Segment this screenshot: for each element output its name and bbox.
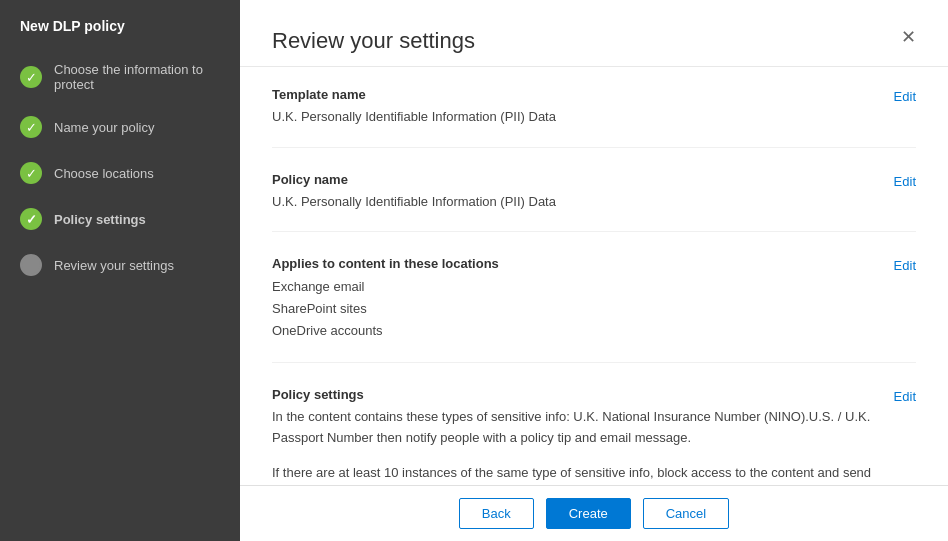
step-completed-icon: ✓ (20, 208, 42, 230)
template-name-value: U.K. Personally Identifiable Information… (272, 107, 874, 127)
applies-to-label: Applies to content in these locations (272, 256, 874, 271)
page-title: Review your settings (272, 28, 475, 54)
policy-settings-desc1: In the content contains these types of s… (272, 407, 874, 449)
sidebar-header: New DLP policy (0, 0, 240, 50)
applies-to-edit-button[interactable]: Edit (894, 258, 916, 273)
template-name-label: Template name (272, 87, 874, 102)
close-button[interactable]: ✕ (901, 28, 916, 46)
policy-name-content: Policy name U.K. Personally Identifiable… (272, 172, 874, 212)
cancel-button[interactable]: Cancel (643, 498, 729, 529)
template-name-edit: Edit (894, 87, 916, 127)
sidebar-item-choose-locations[interactable]: ✓ Choose locations (0, 150, 240, 196)
create-button[interactable]: Create (546, 498, 631, 529)
sidebar-item-label: Review your settings (54, 258, 174, 273)
sidebar-item-policy-settings[interactable]: ✓ Policy settings (0, 196, 240, 242)
policy-settings-content: Policy settings In the content contains … (272, 387, 874, 485)
main-content: Review your settings ✕ Template name U.K… (240, 0, 948, 541)
sidebar-item-label: Choose the information to protect (54, 62, 220, 92)
applies-to-onedrive: OneDrive accounts (272, 320, 874, 342)
step-completed-icon: ✓ (20, 116, 42, 138)
sidebar-item-label: Name your policy (54, 120, 154, 135)
template-name-section: Template name U.K. Personally Identifiab… (272, 87, 916, 148)
applies-to-section: Applies to content in these locations Ex… (272, 256, 916, 363)
sidebar-item-label: Policy settings (54, 212, 146, 227)
policy-name-edit-button[interactable]: Edit (894, 174, 916, 189)
policy-settings-desc2: If there are at least 10 instances of th… (272, 463, 874, 485)
policy-name-label: Policy name (272, 172, 874, 187)
main-body: Template name U.K. Personally Identifiab… (240, 67, 948, 485)
policy-settings-label: Policy settings (272, 387, 874, 402)
sidebar-item-choose-info[interactable]: ✓ Choose the information to protect (0, 50, 240, 104)
applies-to-values: Exchange email SharePoint sites OneDrive… (272, 276, 874, 342)
sidebar-item-name-policy[interactable]: ✓ Name your policy (0, 104, 240, 150)
applies-to-content: Applies to content in these locations Ex… (272, 256, 874, 342)
step-inactive-icon (20, 254, 42, 276)
step-completed-icon: ✓ (20, 162, 42, 184)
policy-name-edit: Edit (894, 172, 916, 212)
main-footer: Back Create Cancel (240, 485, 948, 541)
applies-to-edit: Edit (894, 256, 916, 342)
main-header: Review your settings ✕ (240, 0, 948, 67)
template-name-content: Template name U.K. Personally Identifiab… (272, 87, 874, 127)
policy-settings-section: Policy settings In the content contains … (272, 387, 916, 485)
policy-settings-edit-button[interactable]: Edit (894, 389, 916, 404)
sidebar-item-label: Choose locations (54, 166, 154, 181)
back-button[interactable]: Back (459, 498, 534, 529)
applies-to-exchange: Exchange email (272, 276, 874, 298)
policy-settings-edit: Edit (894, 387, 916, 485)
policy-name-value: U.K. Personally Identifiable Information… (272, 192, 874, 212)
applies-to-sharepoint: SharePoint sites (272, 298, 874, 320)
template-name-edit-button[interactable]: Edit (894, 89, 916, 104)
sidebar-item-review-settings[interactable]: Review your settings (0, 242, 240, 288)
sidebar: New DLP policy ✓ Choose the information … (0, 0, 240, 541)
step-completed-icon: ✓ (20, 66, 42, 88)
policy-name-section: Policy name U.K. Personally Identifiable… (272, 172, 916, 233)
